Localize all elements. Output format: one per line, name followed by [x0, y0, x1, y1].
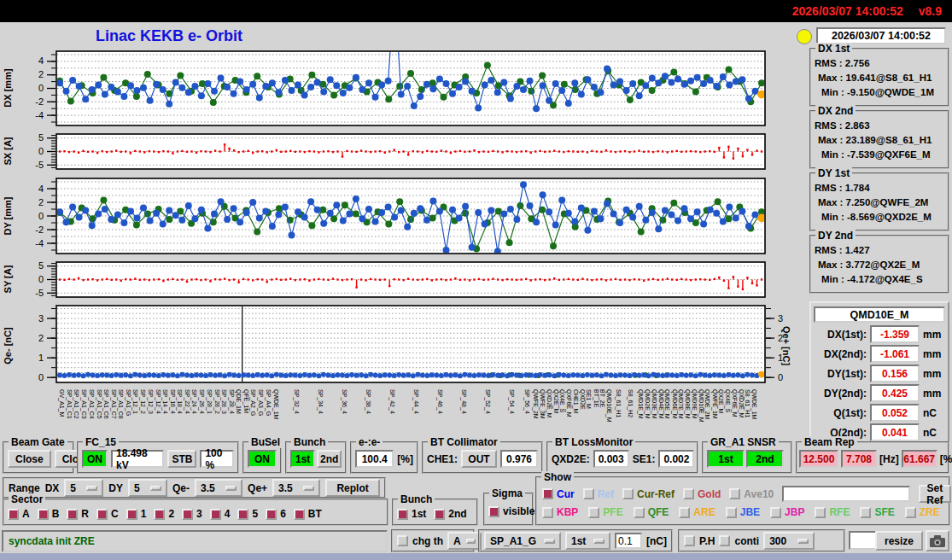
svg-text:QWDE_1M: QWDE_1M: [751, 389, 757, 420]
ref-checkbox[interactable]: [583, 488, 594, 499]
beam-rep-group: Beam Rep 12.500 7.708 [Hz] 61.667 [%]: [796, 441, 949, 474]
range-qem-label: Qe-: [172, 482, 190, 494]
checkbox-label: Cur: [557, 488, 575, 500]
checkbox-label: 1st: [412, 508, 426, 520]
dropdown-dash-icon: [797, 539, 809, 544]
sfe-checkbox[interactable]: [860, 507, 871, 518]
qmd-row: Q(1st):0.052nC: [814, 404, 945, 422]
ee-ratio-label: e-:e-: [356, 436, 383, 448]
threshold-input[interactable]: [615, 533, 642, 549]
sp-dropdown[interactable]: SP_A1_G: [484, 532, 561, 550]
beam-gate-label: Beam Gate: [9, 436, 67, 448]
rfe-checkbox[interactable]: [815, 507, 826, 518]
svg-text:SP_12_4: SP_12_4: [155, 389, 161, 414]
are-checkbox[interactable]: [679, 507, 690, 518]
checkbox-label: 5: [252, 508, 258, 520]
chg-th-checkbox[interactable]: [397, 535, 408, 546]
cur-ref-checkbox[interactable]: [622, 488, 634, 499]
bt-checkbox[interactable]: [294, 509, 305, 520]
fc15-kv-value: 18.498 kV: [111, 450, 164, 468]
a-checkbox[interactable]: [8, 509, 19, 520]
2-checkbox[interactable]: [154, 509, 165, 520]
checkbox-label: 2nd: [448, 508, 466, 520]
svg-text:SP_28_1: SP_28_1: [206, 389, 213, 414]
ave10-checkbox[interactable]: [729, 488, 740, 499]
bunch-1st-indicator[interactable]: 1st: [290, 450, 315, 468]
5-checkbox[interactable]: [237, 509, 248, 520]
ee-ratio-unit: [%]: [397, 453, 413, 465]
svg-text:SP_A1_G: SP_A1_G: [125, 389, 131, 416]
range-dx-dropdown[interactable]: 5: [64, 479, 103, 497]
svg-text:GV_A1_M: GV_A1_M: [58, 389, 65, 417]
jbp-checkbox[interactable]: [770, 507, 781, 518]
pfe-checkbox[interactable]: [588, 507, 599, 518]
status-lamp-icon: [797, 29, 812, 44]
conti-checkbox[interactable]: [719, 535, 730, 546]
checkbox-label: KBP: [557, 506, 578, 518]
beam-gate-close-button-1[interactable]: Close: [8, 450, 51, 468]
sigma-group: Sigma visible: [483, 493, 534, 526]
beam-rep-pct-unit: [%]: [940, 453, 952, 465]
jbe-checkbox[interactable]: [726, 507, 737, 518]
busel-label: BuSel: [248, 436, 283, 448]
svg-text:-5: -5: [35, 160, 44, 170]
chg-th-dropdown[interactable]: A: [447, 532, 482, 550]
gold-checkbox[interactable]: [683, 488, 694, 499]
svg-text:BT_1E: BT_1E: [593, 389, 599, 408]
bunch-select-group: Bunch 1st2nd: [392, 499, 478, 526]
checkbox-label: A: [22, 508, 30, 520]
bunch-2nd-button[interactable]: 2nd: [317, 450, 342, 468]
set-ref-button[interactable]: Set Ref: [919, 485, 950, 503]
visible-checkbox[interactable]: [488, 506, 499, 517]
2nd-checkbox[interactable]: [434, 509, 445, 520]
count-dropdown[interactable]: 300: [763, 532, 815, 550]
busel-on-indicator: ON: [248, 450, 277, 468]
1st-checkbox[interactable]: [397, 509, 408, 520]
qmd-row-value: 0.156: [870, 365, 920, 382]
svg-text:2: 2: [38, 333, 44, 343]
range-qep-dropdown[interactable]: 3.5: [272, 479, 320, 497]
svg-text:SP_56_4: SP_56_4: [523, 389, 530, 414]
kbp-checkbox[interactable]: [542, 507, 553, 518]
ph-checkbox[interactable]: [684, 535, 695, 546]
stat-line: Max : 3.772@QX2E_M: [813, 258, 946, 272]
svg-text:QXD2E: QXD2E: [579, 389, 586, 410]
checkbox-label: R: [81, 508, 89, 520]
checkbox-item-2nd: 2nd: [434, 508, 466, 520]
resize-button[interactable]: resize: [875, 531, 923, 551]
sy-chart: 50-5: [17, 260, 803, 300]
ref-name-input[interactable]: [782, 486, 910, 502]
6-checkbox[interactable]: [266, 509, 277, 520]
bunch-dropdown[interactable]: 1st: [565, 532, 610, 550]
gr-a1-2nd-indicator[interactable]: 2nd: [746, 450, 784, 468]
replot-button[interactable]: Replot: [325, 479, 380, 497]
gr-a1-1st-indicator[interactable]: 1st: [707, 450, 745, 468]
checkbox-item-visible: visible: [488, 505, 534, 517]
checkbox-item-ARE: ARE: [679, 506, 715, 518]
b-checkbox[interactable]: [38, 509, 49, 520]
3-checkbox[interactable]: [182, 509, 193, 520]
fc15-stb-button[interactable]: STB: [167, 450, 196, 468]
checkbox-label: SFE: [874, 506, 894, 518]
range-qem-dropdown[interactable]: 3.5: [195, 479, 242, 497]
bunch-label: Bunch: [291, 436, 328, 448]
c-checkbox[interactable]: [96, 509, 108, 520]
svg-text:-2: -2: [35, 225, 44, 235]
r-checkbox[interactable]: [67, 509, 78, 520]
svg-text:4: 4: [38, 55, 44, 66]
svg-text:SP_A2_G: SP_A2_G: [249, 389, 256, 416]
checkbox-label: JBP: [785, 506, 804, 518]
checkbox-item-A: A: [8, 508, 30, 520]
bottom-strip: [0, 553, 952, 560]
titlebar-datetime: 2026/03/07 14:00:52: [792, 4, 903, 18]
1-checkbox[interactable]: [126, 509, 137, 520]
qfe-checkbox[interactable]: [634, 507, 645, 518]
che1-out-button[interactable]: OUT: [461, 450, 497, 468]
checkbox-item-BT: BT: [294, 508, 322, 520]
screenshot-button[interactable]: [926, 530, 949, 551]
cur-checkbox[interactable]: [542, 488, 553, 499]
zre-checkbox[interactable]: [905, 507, 916, 518]
range-dy-dropdown[interactable]: 5: [128, 479, 167, 497]
range-bar: Range DX 5 DY 5 Qe- 3.5 Qe+ 3.5 Replot: [3, 477, 386, 499]
4-checkbox[interactable]: [210, 509, 221, 520]
